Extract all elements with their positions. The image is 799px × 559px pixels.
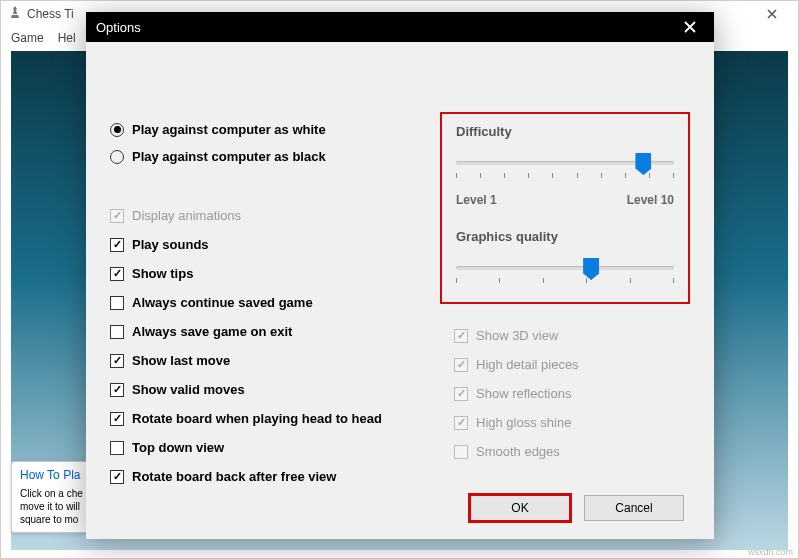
options-dialog: Options Play against computer as white P… <box>86 12 714 539</box>
radio-label: Play against computer as white <box>132 122 326 137</box>
checkbox-label: Always continue saved game <box>132 295 313 310</box>
chess-app-icon <box>7 4 23 24</box>
checkbox-label: Show 3D view <box>476 328 558 343</box>
menu-help[interactable]: Hel <box>58 31 76 45</box>
checkbox-label: Always save game on exit <box>132 324 292 339</box>
checkbox-icon <box>110 267 124 281</box>
checkbox-high-detail: High detail pieces <box>454 357 690 372</box>
checkbox-icon <box>454 358 468 372</box>
checkbox-rotate-after-free-view[interactable]: Rotate board back after free view <box>110 469 440 484</box>
footer-watermark: wsxdn.com <box>748 547 793 557</box>
checkbox-label: Smooth edges <box>476 444 560 459</box>
checkbox-label: Show tips <box>132 266 193 281</box>
dialog-titlebar: Options <box>86 12 714 42</box>
checkbox-icon <box>110 441 124 455</box>
checkbox-icon <box>110 209 124 223</box>
checkbox-label: Show reflections <box>476 386 571 401</box>
difficulty-min: Level 1 <box>456 193 497 207</box>
bg-close-button[interactable] <box>750 1 794 27</box>
checkbox-icon <box>110 296 124 310</box>
checkbox-icon <box>454 416 468 430</box>
slider-thumb-icon[interactable] <box>583 258 599 280</box>
checkbox-top-down-view[interactable]: Top down view <box>110 440 440 455</box>
graphics-slider[interactable] <box>456 260 674 300</box>
checkbox-icon <box>110 354 124 368</box>
checkbox-smooth-edges: Smooth edges <box>454 444 690 459</box>
graphics-label: Graphics quality <box>456 229 674 244</box>
checkbox-always-save[interactable]: Always save game on exit <box>110 324 440 339</box>
checkbox-label: Show valid moves <box>132 382 245 397</box>
checkbox-gloss: High gloss shine <box>454 415 690 430</box>
radio-icon <box>110 123 124 137</box>
checkbox-reflections: Show reflections <box>454 386 690 401</box>
close-icon[interactable] <box>676 13 704 41</box>
checkbox-always-continue[interactable]: Always continue saved game <box>110 295 440 310</box>
checkbox-icon <box>454 445 468 459</box>
radio-play-white[interactable]: Play against computer as white <box>110 122 440 137</box>
checkbox-label: Display animations <box>132 208 241 223</box>
checkbox-label: High detail pieces <box>476 357 579 372</box>
difficulty-max: Level 10 <box>627 193 674 207</box>
difficulty-section: Difficulty Level 1 Level 10 Graphics qua… <box>440 112 690 304</box>
checkbox-label: Top down view <box>132 440 224 455</box>
checkbox-label: Play sounds <box>132 237 209 252</box>
difficulty-slider[interactable] <box>456 155 674 195</box>
checkbox-show-3d: Show 3D view <box>454 328 690 343</box>
checkbox-icon <box>110 412 124 426</box>
checkbox-play-sounds[interactable]: Play sounds <box>110 237 440 252</box>
menu-game[interactable]: Game <box>11 31 44 45</box>
checkbox-icon <box>110 383 124 397</box>
checkbox-show-valid-moves[interactable]: Show valid moves <box>110 382 440 397</box>
radio-play-black[interactable]: Play against computer as black <box>110 149 440 164</box>
checkbox-label: High gloss shine <box>476 415 571 430</box>
ok-button[interactable]: OK <box>470 495 570 521</box>
checkbox-label: Rotate board back after free view <box>132 469 336 484</box>
radio-label: Play against computer as black <box>132 149 326 164</box>
checkbox-show-last-move[interactable]: Show last move <box>110 353 440 368</box>
cancel-button[interactable]: Cancel <box>584 495 684 521</box>
checkbox-icon <box>110 470 124 484</box>
checkbox-icon <box>110 238 124 252</box>
checkbox-icon <box>454 329 468 343</box>
dialog-title: Options <box>96 20 141 35</box>
checkbox-rotate-head-to-head[interactable]: Rotate board when playing head to head <box>110 411 440 426</box>
difficulty-label: Difficulty <box>456 124 674 139</box>
checkbox-icon <box>110 325 124 339</box>
checkbox-label: Rotate board when playing head to head <box>132 411 382 426</box>
checkbox-icon <box>454 387 468 401</box>
checkbox-show-tips[interactable]: Show tips <box>110 266 440 281</box>
radio-icon <box>110 150 124 164</box>
slider-thumb-icon[interactable] <box>635 153 651 175</box>
checkbox-label: Show last move <box>132 353 230 368</box>
checkbox-display-animations: Display animations <box>110 208 440 223</box>
bg-window-title: Chess Ti <box>27 7 74 21</box>
